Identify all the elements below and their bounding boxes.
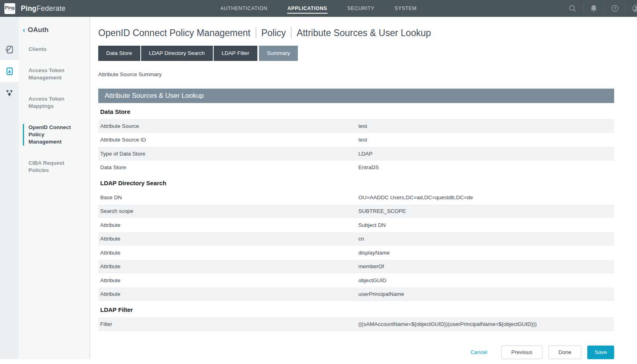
row-label: Attribute — [100, 277, 358, 283]
breadcrumb: OpenID Connect Policy ManagementPolicyAt… — [98, 27, 614, 38]
table-row: AttributedisplayName — [98, 246, 614, 260]
section-title: LDAP Filter — [98, 301, 614, 317]
section-title: Data Store — [98, 103, 614, 119]
table-header-band: Attribute Sources & User Lookup — [98, 89, 614, 103]
table-row: Search scopeSUBTREE_SCOPE — [98, 204, 614, 218]
row-value: (|(sAMAccountName=${objectGUID})(userPri… — [358, 321, 614, 327]
row-label: Attribute Source — [100, 123, 358, 129]
row-value: EntraDS — [358, 164, 614, 170]
tab-summary[interactable]: Summary — [259, 46, 298, 61]
table-row: Data StoreEntraDS — [98, 161, 614, 175]
table-row: Filter(|(sAMAccountName=${objectGUID})(u… — [98, 317, 614, 331]
row-label: Attribute Source ID — [100, 137, 358, 143]
top-right-icons: ? — [562, 0, 637, 17]
row-label: Attribute — [100, 250, 358, 256]
row-label: Attribute — [100, 236, 358, 242]
sidebar-section-title: OAuth — [28, 26, 49, 34]
row-value: test — [358, 137, 614, 143]
row-value: SUBTREE_SCOPE — [358, 208, 614, 214]
wizard-tabs: Data StoreLDAP Directory SearchLDAP Filt… — [98, 46, 614, 61]
divider — [625, 2, 626, 15]
app-title-light: Federate — [36, 4, 65, 12]
row-value: LDAP — [358, 151, 614, 157]
strip-item-cluster[interactable] — [0, 82, 19, 103]
breadcrumb-segment: OpenID Connect Policy Management — [98, 28, 251, 38]
row-value: userPrincipalName — [358, 291, 614, 297]
ping-logo[interactable]: Ping Identity. — [4, 3, 15, 14]
sidebar-item-clients[interactable]: Clients — [23, 46, 78, 53]
previous-button[interactable]: Previous — [501, 346, 542, 359]
app-title: PingFederate — [21, 4, 66, 13]
table-row: AttributememberOf — [98, 260, 614, 274]
sidebar-item-access-token-management[interactable]: Access Token Management — [23, 67, 78, 81]
module-icon-strip — [0, 17, 19, 359]
breadcrumb-divider — [291, 27, 291, 38]
page-shell: ‹ OAuth ClientsAccess Token ManagementAc… — [0, 17, 637, 359]
nav-item-authentication[interactable]: AUTHENTICATION — [220, 3, 268, 14]
breadcrumb-divider — [256, 27, 256, 38]
summary-table: Data StoreAttribute SourcetestAttribute … — [98, 103, 614, 331]
sidebar-item-openid-connect-policy-management[interactable]: OpenID Connect Policy Management — [23, 124, 78, 146]
top-bar: Ping Identity. PingFederate AUTHENTICATI… — [0, 0, 637, 17]
breadcrumb-segment: Policy — [261, 28, 286, 38]
row-label: Attribute — [100, 222, 358, 228]
row-label: Attribute — [100, 263, 358, 269]
sidebar-item-access-token-mappings[interactable]: Access Token Mappings — [23, 95, 78, 110]
row-value: OU=AADDC Users,DC=ad,DC=questdb,DC=de — [358, 194, 614, 200]
table-row: Attribute Sourcetest — [98, 119, 614, 133]
row-label: Base DN — [100, 194, 358, 200]
row-value: memberOf — [358, 263, 614, 269]
tab-ldap-filter[interactable]: LDAP Filter — [214, 46, 257, 61]
table-row: AttributeuserPrincipalName — [98, 287, 614, 301]
row-label: Filter — [100, 321, 358, 327]
nav-item-security[interactable]: SECURITY — [347, 3, 375, 14]
account-avatar-icon[interactable] — [632, 4, 637, 13]
sidebar-item-ciba-request-policies[interactable]: CIBA Request Policies — [23, 160, 78, 174]
nav-item-applications[interactable]: APPLICATIONS — [287, 3, 328, 14]
chevron-left-icon: ‹ — [23, 25, 25, 34]
table-row: AttributeSubject DN — [98, 218, 614, 232]
table-row: Attributecn — [98, 232, 614, 246]
row-label: Attribute — [100, 291, 358, 297]
strip-item-checklist[interactable] — [0, 38, 19, 60]
checklist-icon — [5, 45, 14, 54]
ping-logo-subtext: Identity. — [7, 10, 13, 11]
done-button[interactable]: Done — [548, 346, 581, 359]
search-icon[interactable] — [568, 4, 577, 13]
section-title: LDAP Directory Search — [98, 174, 614, 190]
row-value: objectGUID — [358, 277, 614, 283]
sidebar: ‹ OAuth ClientsAccess Token ManagementAc… — [19, 17, 90, 359]
row-value: Subject DN — [358, 222, 614, 228]
notifications-bell-icon[interactable] — [589, 4, 598, 13]
row-value: test — [358, 123, 614, 129]
breadcrumb-segment: Attribute Sources & User Lookup — [297, 28, 431, 38]
tab-data-store[interactable]: Data Store — [98, 46, 140, 61]
main-nav: AUTHENTICATIONAPPLICATIONSSECURITYSYSTEM — [220, 0, 417, 17]
edit-document-icon — [5, 67, 14, 76]
save-button[interactable]: Save — [587, 346, 614, 359]
action-bar: Cancel Previous Done Save — [98, 346, 614, 364]
svg-text:?: ? — [614, 6, 616, 11]
summary-caption: Attribute Source Summary — [98, 71, 614, 77]
sidebar-back-oauth[interactable]: ‹ OAuth — [23, 26, 89, 34]
table-row: Type of Data StoreLDAP — [98, 147, 614, 161]
row-label: Type of Data Store — [100, 151, 358, 157]
table-row: Base DNOU=AADDC Users,DC=ad,DC=questdb,D… — [98, 190, 614, 204]
nav-item-system[interactable]: SYSTEM — [394, 3, 417, 14]
divider — [583, 2, 583, 15]
cancel-button[interactable]: Cancel — [470, 349, 487, 355]
row-value: displayName — [358, 250, 614, 256]
strip-item-edit-document[interactable] — [0, 60, 19, 82]
cluster-icon — [5, 88, 14, 97]
row-label: Data Store — [100, 164, 358, 170]
main-content: OpenID Connect Policy ManagementPolicyAt… — [90, 17, 637, 359]
tab-ldap-directory-search[interactable]: LDAP Directory Search — [141, 46, 213, 61]
table-row: Attribute Source IDtest — [98, 133, 614, 147]
help-icon[interactable]: ? — [611, 4, 619, 13]
row-value: cn — [358, 236, 614, 242]
divider — [604, 2, 605, 15]
sidebar-items: ClientsAccess Token ManagementAccess Tok… — [23, 46, 89, 174]
table-row: AttributeobjectGUID — [98, 273, 614, 287]
app-title-bold: Ping — [21, 4, 36, 12]
row-label: Search scope — [100, 208, 358, 214]
